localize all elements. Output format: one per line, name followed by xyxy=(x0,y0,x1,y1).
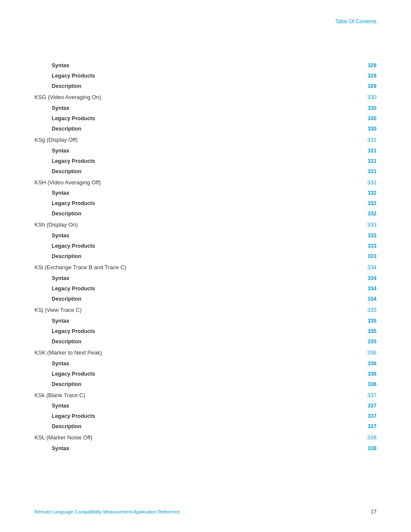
toc-entry[interactable]: Legacy Products330 xyxy=(34,113,377,124)
toc-entry-title: Syntax xyxy=(52,274,69,283)
toc-entry-title: KSj (View Trace C) xyxy=(34,306,82,315)
toc-entry-title: KSL (Marker Noise Off) xyxy=(34,433,92,442)
toc-header[interactable]: Table Of Contents xyxy=(335,19,377,25)
toc-entry-title: Syntax xyxy=(52,61,69,70)
toc-entry-title: Legacy Products xyxy=(52,242,95,250)
toc-entry-page: 330 xyxy=(359,104,377,112)
toc-entry-title: KSk (Blank Trace C) xyxy=(34,391,85,400)
toc-entry[interactable]: KSj (View Trace C)335 xyxy=(34,305,377,316)
toc-entry-title: Syntax xyxy=(52,189,69,197)
toc-entry-page: 336 xyxy=(359,359,377,368)
toc-entry-title: Description xyxy=(52,295,81,303)
toc-entry-title: Legacy Products xyxy=(52,72,95,80)
toc-entry[interactable]: Syntax333 xyxy=(34,230,377,241)
toc-entry[interactable]: Description334 xyxy=(34,294,377,304)
toc-entry-title: Legacy Products xyxy=(52,327,95,336)
toc-entry-page: 336 xyxy=(359,380,377,389)
toc-entry[interactable]: Syntax336 xyxy=(34,358,377,369)
toc-entry-page: 337 xyxy=(359,422,377,431)
toc-entry[interactable]: Legacy Products335 xyxy=(34,326,377,336)
toc-entry[interactable]: Description329 xyxy=(34,81,377,91)
toc-entry[interactable]: Legacy Products334 xyxy=(34,283,377,294)
toc-entry[interactable]: Description333 xyxy=(34,251,377,261)
toc-entry-title: Syntax xyxy=(52,444,69,453)
toc-entry-page: 335 xyxy=(359,317,377,325)
toc-entry-title: Legacy Products xyxy=(52,114,95,123)
toc-entry-page: 332 xyxy=(359,209,377,218)
toc-entry[interactable]: Legacy Products337 xyxy=(34,411,377,421)
toc-entry-page: 338 xyxy=(359,444,377,453)
toc-entry[interactable]: Legacy Products333 xyxy=(34,241,377,251)
toc-entry-page: 333 xyxy=(359,252,377,261)
page-container: Table Of Contents Syntax329Legacy Produc… xyxy=(0,0,411,532)
toc-entry[interactable]: Syntax335 xyxy=(34,316,377,326)
toc-entry-title: Description xyxy=(52,209,81,218)
toc-entry-title: Syntax xyxy=(52,231,69,240)
toc-entry-page: 335 xyxy=(359,306,377,315)
toc-entry-title: Syntax xyxy=(52,317,69,325)
toc-entry[interactable]: Syntax332 xyxy=(34,188,377,198)
toc-entry[interactable]: Syntax329 xyxy=(34,60,377,71)
toc-entry-page: 331 xyxy=(359,157,377,165)
toc-entry-page: 329 xyxy=(359,61,377,70)
toc-entry-page: 337 xyxy=(359,391,377,400)
toc-entry[interactable]: KSK (Marker to Next Peak)336 xyxy=(34,348,377,358)
page-footer: Remote Language Compatibility Measuremen… xyxy=(34,509,377,515)
toc-entry-page: 338 xyxy=(359,433,377,442)
toc-entry-page: 332 xyxy=(359,178,377,187)
toc-entry[interactable]: KSh (Display On)333 xyxy=(34,220,377,230)
toc-entry-page: 334 xyxy=(359,284,377,293)
toc-entry-page: 332 xyxy=(359,189,377,197)
toc-entry[interactable]: Description336 xyxy=(34,379,377,389)
toc-entry[interactable]: Description331 xyxy=(34,166,377,177)
toc-entry[interactable]: KSg (Display Off)331 xyxy=(34,135,377,146)
toc-entry-page: 334 xyxy=(359,263,377,272)
toc-entry[interactable]: KSG (Video Averaging On)330 xyxy=(34,92,377,103)
toc-entry-page: 333 xyxy=(359,231,377,240)
toc-entry[interactable]: Description330 xyxy=(34,124,377,134)
toc-entry-title: KSh (Display On) xyxy=(34,221,78,230)
toc-entry-title: Syntax xyxy=(52,146,69,155)
toc-entry-title: Description xyxy=(52,380,81,389)
toc-entry-title: Legacy Products xyxy=(52,412,95,420)
toc-entry-page: 331 xyxy=(359,167,377,176)
toc-entry[interactable]: Description335 xyxy=(34,336,377,347)
toc-entry[interactable]: Description332 xyxy=(34,208,377,219)
toc-entry[interactable]: Syntax338 xyxy=(34,443,377,454)
toc-entry[interactable]: KSk (Blank Trace C)337 xyxy=(34,390,377,401)
toc-entry-page: 333 xyxy=(359,221,377,230)
toc-entry[interactable]: Legacy Products331 xyxy=(34,156,377,166)
toc-entry-page: 337 xyxy=(359,412,377,420)
toc-entry[interactable]: Description337 xyxy=(34,421,377,432)
toc-entry-page: 335 xyxy=(359,337,377,346)
toc-entry[interactable]: Legacy Products336 xyxy=(34,369,377,379)
toc-entry[interactable]: KSi (Exchange Trace B and Trace C)334 xyxy=(34,262,377,273)
toc-entry-title: Legacy Products xyxy=(52,199,95,208)
toc-entry-page: 335 xyxy=(359,327,377,336)
toc-entry[interactable]: Legacy Products329 xyxy=(34,71,377,81)
toc-entry-title: Description xyxy=(52,252,81,261)
toc-entry-title: Syntax xyxy=(52,401,69,410)
toc-entry[interactable]: KSL (Marker Noise Off)338 xyxy=(34,432,377,443)
footer-title: Remote Language Compatibility Measuremen… xyxy=(34,509,180,514)
toc-entry-title: Legacy Products xyxy=(52,370,95,378)
toc-entry-title: Description xyxy=(52,82,81,90)
toc-entry-page: 329 xyxy=(359,82,377,90)
footer-page: 17 xyxy=(371,509,377,515)
toc-entry-page: 336 xyxy=(359,370,377,378)
toc-entry-page: 330 xyxy=(359,93,377,102)
toc-header-label: Table Of Contents xyxy=(335,19,377,25)
toc-entry[interactable]: KSH (Video Averaging Off)332 xyxy=(34,177,377,188)
toc-entry-page: 334 xyxy=(359,274,377,283)
toc-entry-title: Description xyxy=(52,422,81,431)
toc-entry-page: 336 xyxy=(359,348,377,358)
toc-entry-title: KSK (Marker to Next Peak) xyxy=(34,348,102,358)
toc-entry-title: KSi (Exchange Trace B and Trace C) xyxy=(34,263,126,272)
toc-entry[interactable]: Syntax334 xyxy=(34,273,377,283)
toc-entry[interactable]: Syntax330 xyxy=(34,103,377,113)
toc-entry-title: Description xyxy=(52,124,81,133)
toc-entry-title: Legacy Products xyxy=(52,284,95,293)
toc-entry[interactable]: Syntax331 xyxy=(34,146,377,156)
toc-entry[interactable]: Syntax337 xyxy=(34,401,377,411)
toc-entry[interactable]: Legacy Products332 xyxy=(34,198,377,208)
